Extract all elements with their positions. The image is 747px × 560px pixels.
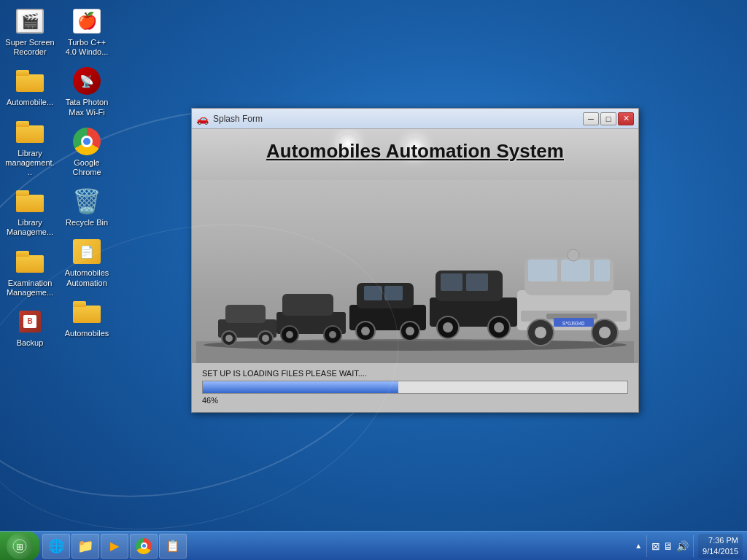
splash-window: 🚗 Splash Form ─ □ ✕ Automobiles Automati…	[191, 108, 639, 413]
desktop-icon-google-chrome[interactable]: GoogleChrome	[58, 124, 115, 180]
desktop-icon-library-management2[interactable]: LibraryManageme...	[1, 184, 58, 240]
system-clock[interactable]: 7:36 PM 9/14/2015	[698, 534, 743, 559]
icon-label-examination: ExaminationManageme...	[7, 279, 53, 298]
icon-label-backup: Backup	[17, 338, 44, 348]
window-titlebar: 🚗 Splash Form ─ □ ✕	[192, 109, 638, 129]
icon-label-google-chrome: GoogleChrome	[72, 158, 101, 177]
window-icon: 🚗	[196, 113, 209, 125]
car-scene: Automobiles Automation System	[192, 129, 638, 412]
icon-label-tata-photon: Tata PhotonMax Wi-Fi	[66, 98, 109, 117]
icon-label-super-screen: Super Screen Recorder	[4, 38, 55, 57]
svg-point-7	[262, 335, 269, 342]
svg-rect-34	[594, 260, 610, 281]
svg-rect-3	[225, 305, 266, 323]
notification-arrow[interactable]: ▲	[635, 542, 642, 550]
tray-volume-icon[interactable]: 🔊	[676, 540, 689, 552]
taskbar-chrome-icon	[136, 538, 152, 554]
window-title: Splash Form	[213, 114, 583, 124]
icon-label-library-management: Librarymanagement...	[4, 149, 55, 178]
svg-point-29	[494, 322, 504, 332]
desktop-icon-automobiles[interactable]: Automobile...	[1, 63, 58, 110]
taskbar-chrome[interactable]	[130, 534, 158, 559]
svg-point-41	[599, 327, 611, 338]
svg-point-11	[324, 326, 341, 343]
window-content: Automobiles Automation System	[192, 129, 638, 412]
system-tray: ⊠ 🖥 🔊	[651, 540, 689, 552]
svg-rect-16	[364, 286, 382, 300]
icon-label-library-management2: LibraryManageme...	[7, 218, 53, 237]
start-orb: ⊞	[7, 533, 33, 559]
taskbar: ⊞ 🌐 📁 ▶	[0, 531, 747, 560]
svg-point-13	[329, 331, 336, 338]
cars-display: S*0J9340	[192, 217, 638, 363]
loading-text: SET UP IS LOADING FILES PLEASE WAIT....	[202, 369, 628, 378]
svg-rect-2	[218, 319, 276, 338]
svg-rect-32	[528, 260, 557, 281]
progress-percent: 46%	[202, 396, 628, 405]
desktop-icon-examination[interactable]: ExaminationManageme...	[1, 244, 58, 300]
taskbar-unknown-app[interactable]: 📋	[159, 534, 187, 559]
desktop-icon-backup[interactable]: B Backup	[1, 304, 58, 351]
svg-point-37	[568, 249, 579, 261]
svg-point-5	[258, 331, 273, 346]
svg-rect-25	[466, 273, 488, 291]
progress-bar-fill	[203, 381, 398, 393]
svg-point-4	[222, 331, 236, 346]
icon-label-turbo-c: Turbo C++4.0 Windo...	[66, 38, 109, 57]
svg-rect-24	[441, 273, 462, 291]
taskbar-ie[interactable]: 🌐	[42, 534, 70, 559]
progress-area: SET UP IS LOADING FILES PLEASE WAIT.... …	[192, 363, 638, 412]
icon-label-automobiles2: Automobiles	[65, 329, 109, 338]
svg-point-10	[281, 326, 298, 343]
svg-text:S*0J9340: S*0J9340	[562, 321, 584, 326]
svg-point-28	[443, 322, 453, 332]
desktop-icon-recycle-bin[interactable]: 🗑️ Recycle Bin	[58, 184, 115, 230]
svg-point-21	[406, 327, 414, 335]
icon-label-automobiles-automation: AutomobilesAutomation	[65, 268, 109, 287]
window-controls: ─ □ ✕	[583, 112, 634, 125]
clock-divider	[693, 535, 694, 557]
icon-label-recycle-bin: Recycle Bin	[66, 218, 108, 228]
svg-point-20	[361, 327, 370, 335]
svg-point-6	[225, 335, 233, 342]
clock-date: 9/14/2015	[703, 546, 738, 556]
desktop: 🎬 Super Screen Recorder Automobile... Li…	[0, 0, 747, 560]
close-button[interactable]: ✕	[618, 112, 634, 125]
unknown-app-icon: 📋	[166, 539, 180, 553]
desktop-icon-super-screen-recorder[interactable]: 🎬 Super Screen Recorder	[1, 4, 58, 60]
clock-time: 7:36 PM	[708, 535, 738, 545]
desktop-icon-automobiles-automation[interactable]: 📄 AutomobilesAutomation	[58, 234, 115, 290]
desktop-icon-library-management[interactable]: Librarymanagement...	[1, 114, 58, 181]
svg-rect-8	[276, 312, 346, 334]
taskbar-right: ▲ ⊠ 🖥 🔊 7:36 PM 9/14/2015	[635, 534, 747, 559]
desktop-icon-automobiles2[interactable]: Automobiles	[58, 295, 115, 341]
ie-icon: 🌐	[48, 538, 64, 554]
minimize-button[interactable]: ─	[583, 112, 599, 125]
icon-label-automobiles: Automobile...	[7, 98, 53, 107]
media-player-icon: ▶	[110, 539, 119, 553]
maximize-button[interactable]: □	[600, 112, 616, 125]
taskbar-media-player[interactable]: ▶	[101, 534, 128, 559]
svg-rect-9	[282, 294, 333, 316]
svg-point-40	[535, 327, 546, 338]
svg-point-12	[286, 331, 293, 338]
tray-icon-2[interactable]: 🖥	[663, 540, 673, 552]
scene-top: Automobiles Automation System	[192, 129, 638, 217]
desktop-icon-tata-photon[interactable]: 📡 Tata PhotonMax Wi-Fi	[58, 63, 115, 120]
app-title: Automobiles Automation System	[266, 140, 564, 163]
start-button[interactable]: ⊞	[0, 532, 39, 561]
svg-rect-17	[384, 286, 403, 300]
taskbar-explorer[interactable]: 📁	[71, 534, 99, 559]
explorer-icon: 📁	[77, 538, 93, 554]
tray-icon-1[interactable]: ⊠	[651, 540, 660, 552]
svg-point-18	[356, 322, 375, 341]
svg-point-1	[204, 339, 627, 351]
tray-divider	[646, 535, 647, 557]
svg-text:⊞: ⊞	[16, 542, 23, 552]
progress-bar-container	[202, 381, 628, 394]
desktop-icon-turbo-c[interactable]: 🍎 Turbo C++4.0 Windo...	[58, 4, 115, 60]
svg-rect-33	[561, 260, 590, 281]
taskbar-apps: 🌐 📁 ▶ 📋	[42, 534, 635, 559]
